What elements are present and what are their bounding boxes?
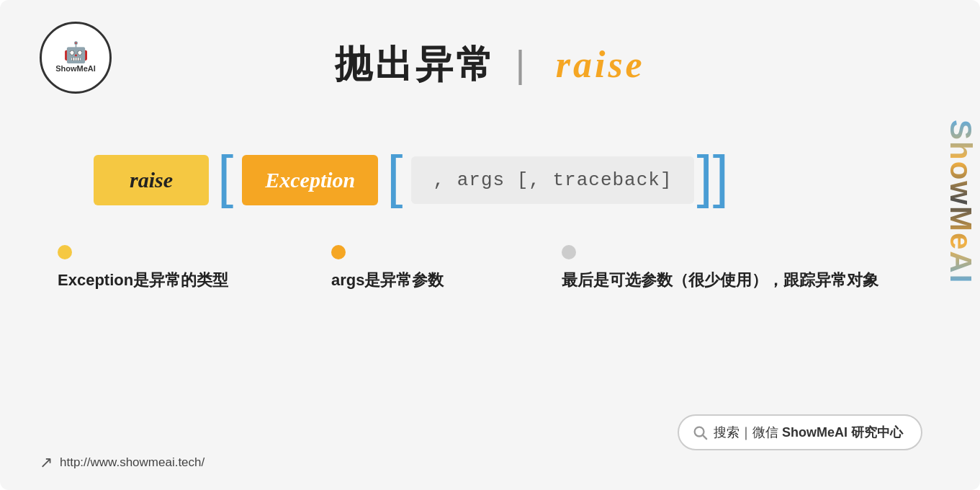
annotations: Exception是异常的类型 args是异常参数 最后是可选参数（很少使用），…: [50, 245, 908, 292]
page-container: 🤖 ShowMeAI 抛出异常 | raise raise [ Exceptio…: [0, 0, 980, 490]
raise-box: raise: [94, 155, 209, 205]
title-en: raise: [556, 44, 645, 85]
svg-line-1: [703, 435, 706, 439]
dot-gray: [562, 245, 576, 259]
args-box: , args [, traceback]: [411, 156, 693, 204]
annotation-item-2: args是异常参数: [331, 245, 562, 292]
title-zh: 抛出异常: [335, 43, 496, 85]
title-separator: |: [516, 43, 529, 85]
exception-box: Exception: [242, 155, 378, 205]
dot-orange: [331, 245, 346, 259]
search-bar[interactable]: 搜索｜微信 ShowMeAI 研究中心: [678, 414, 922, 450]
annotation-item-3: 最后是可选参数（很少使用），跟踪异常对象: [562, 245, 908, 292]
search-label: 搜索｜微信 ShowMeAI 研究中心: [714, 424, 903, 441]
annotation-item-1: Exception是异常的类型: [58, 245, 331, 292]
syntax-area: raise [ Exception [ , args [, traceback]…: [94, 155, 922, 205]
search-bold: ShowMeAI 研究中心: [782, 425, 903, 440]
cursor-icon: ↗: [40, 453, 53, 472]
bracket-open-2: [: [387, 148, 403, 205]
watermark-text: ShowMeAI: [943, 120, 978, 284]
annotation-text-3: 最后是可选参数（很少使用），跟踪异常对象: [562, 270, 878, 292]
annotation-text-2: args是异常参数: [331, 270, 444, 292]
footer-link: ↗ http://www.showmeai.tech/: [40, 453, 204, 472]
dot-yellow: [58, 245, 72, 259]
search-icon: [692, 424, 708, 440]
side-watermark: ShowMeAI: [940, 86, 980, 317]
page-title: 抛出异常 | raise: [0, 40, 980, 90]
annotation-text-1: Exception是异常的类型: [58, 270, 228, 292]
footer-url: http://www.showmeai.tech/: [60, 455, 204, 470]
bracket-open-1: [: [217, 148, 233, 205]
bracket-close-double: ]]: [697, 148, 729, 205]
